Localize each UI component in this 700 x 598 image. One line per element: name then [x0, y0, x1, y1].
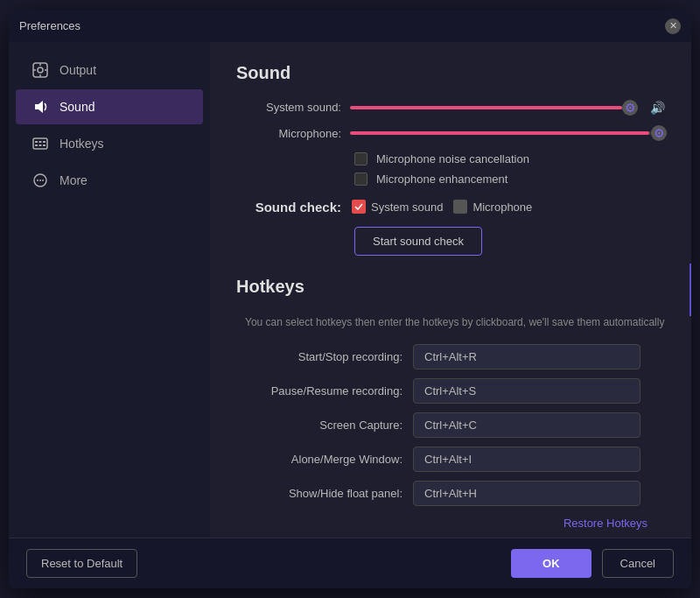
- microphone-check-label: Microphone: [472, 201, 532, 214]
- hotkey-input-0[interactable]: [413, 344, 640, 369]
- sidebar-item-sound[interactable]: Sound: [16, 89, 203, 124]
- sidebar-item-output[interactable]: Output: [16, 53, 203, 88]
- svg-point-16: [39, 179, 41, 181]
- svg-marker-6: [35, 101, 43, 113]
- noise-cancellation-label: Microphone noise cancellation: [376, 152, 529, 165]
- start-sound-check-button[interactable]: Start sound check: [354, 227, 482, 256]
- system-sound-check-label: System sound: [371, 201, 443, 214]
- sidebar-item-label: Hotkeys: [60, 137, 104, 151]
- speaker-icon: 🔊: [650, 101, 665, 115]
- hotkey-input-1[interactable]: [413, 378, 640, 404]
- sidebar-item-hotkeys[interactable]: Hotkeys: [16, 126, 203, 161]
- enhancement-row: Microphone enhancement: [354, 172, 665, 186]
- microphone-gear-icon: ⚙: [654, 126, 665, 140]
- microphone-row: Microphone: ⚙: [236, 127, 665, 140]
- enhancement-checkbox[interactable]: [354, 172, 368, 186]
- reset-to-default-button[interactable]: Reset to Default: [26, 549, 137, 578]
- sidebar-item-label: Output: [60, 63, 96, 77]
- hotkey-name-1: Pause/Resume recording:: [236, 384, 402, 397]
- hotkeys-info: You can select hotkeys then enter the ho…: [245, 314, 665, 330]
- preferences-dialog: Preferences ✕ Output: [9, 11, 691, 588]
- microphone-slider[interactable]: ⚙: [350, 131, 665, 135]
- scroll-accent: [690, 264, 691, 316]
- system-sound-fill: [350, 106, 622, 109]
- main-content: Sound System sound: ⚙ 🔊: [210, 42, 691, 538]
- system-sound-check-option[interactable]: System sound: [352, 200, 443, 214]
- hotkeys-title: Hotkeys: [236, 277, 665, 297]
- hotkey-row-2: Screen Capture:: [236, 412, 665, 438]
- hotkeys-section: Hotkeys You can select hotkeys then ente…: [236, 277, 665, 531]
- microphone-label: Microphone:: [236, 127, 341, 140]
- sound-title: Sound: [236, 63, 665, 83]
- hotkeys-icon: [32, 135, 49, 152]
- microphone-check-checkbox[interactable]: [453, 200, 467, 214]
- hotkey-name-2: Screen Capture:: [236, 419, 402, 432]
- svg-rect-8: [35, 141, 38, 143]
- system-sound-gear-icon: ⚙: [625, 101, 636, 115]
- restore-link-container: Restore Hotkeys: [236, 515, 648, 531]
- restore-hotkeys-link[interactable]: Restore Hotkeys: [564, 517, 648, 530]
- svg-rect-10: [43, 141, 46, 143]
- cancel-button[interactable]: Cancel: [602, 549, 674, 578]
- svg-rect-13: [43, 144, 46, 146]
- hotkey-row-4: Show/Hide float panel:: [236, 481, 665, 506]
- hotkey-input-4[interactable]: [413, 481, 640, 506]
- microphone-fill: [350, 131, 649, 135]
- svg-point-15: [37, 179, 38, 181]
- output-icon: [32, 61, 49, 79]
- more-icon: [32, 172, 49, 189]
- noise-cancellation-checkbox[interactable]: [354, 152, 368, 165]
- svg-point-17: [42, 179, 44, 181]
- system-sound-track: ⚙: [350, 106, 636, 109]
- hotkey-row-3: Alone/Merge Window:: [236, 447, 665, 472]
- hotkey-name-3: Alone/Merge Window:: [236, 453, 402, 466]
- sidebar-item-label: More: [60, 173, 88, 187]
- sound-icon: [32, 98, 49, 116]
- hotkey-row-0: Start/Stop recording:: [236, 344, 665, 369]
- title-bar: Preferences ✕: [9, 11, 691, 42]
- hotkey-input-3[interactable]: [413, 447, 640, 472]
- microphone-track: ⚙: [350, 131, 665, 135]
- microphone-check-option[interactable]: Microphone: [453, 200, 532, 214]
- sidebar-item-label: Sound: [60, 100, 94, 114]
- sound-section: Sound System sound: ⚙ 🔊: [236, 63, 665, 256]
- sidebar: Output Sound: [9, 42, 210, 538]
- enhancement-label: Microphone enhancement: [376, 172, 508, 186]
- system-sound-thumb: ⚙: [622, 100, 638, 116]
- noise-cancellation-row: Microphone noise cancellation: [354, 152, 665, 165]
- footer-actions: OK Cancel: [511, 549, 674, 578]
- hotkey-name-4: Show/Hide float panel:: [236, 487, 402, 500]
- system-sound-row: System sound: ⚙ 🔊: [236, 101, 665, 115]
- system-sound-slider[interactable]: ⚙: [350, 106, 636, 109]
- microphone-thumb: ⚙: [651, 125, 667, 141]
- sound-check-label: Sound check:: [236, 200, 341, 215]
- footer: Reset to Default OK Cancel: [9, 538, 691, 588]
- sound-check-row: Sound check: System sound Microphone: [236, 200, 665, 215]
- dialog-body: Output Sound: [9, 42, 691, 538]
- svg-rect-7: [33, 138, 47, 149]
- ok-button[interactable]: OK: [511, 549, 592, 578]
- svg-rect-9: [39, 141, 42, 143]
- hotkey-row-1: Pause/Resume recording:: [236, 378, 665, 404]
- svg-point-1: [38, 67, 43, 73]
- dialog-title: Preferences: [19, 19, 80, 32]
- hotkey-input-2[interactable]: [413, 412, 640, 438]
- svg-rect-11: [35, 144, 38, 146]
- sidebar-item-more[interactable]: More: [16, 163, 203, 198]
- close-button[interactable]: ✕: [665, 18, 681, 34]
- system-sound-check-checkbox[interactable]: [352, 200, 366, 214]
- svg-rect-12: [39, 144, 42, 146]
- hotkey-name-0: Start/Stop recording:: [236, 350, 402, 363]
- system-sound-label: System sound:: [236, 101, 341, 114]
